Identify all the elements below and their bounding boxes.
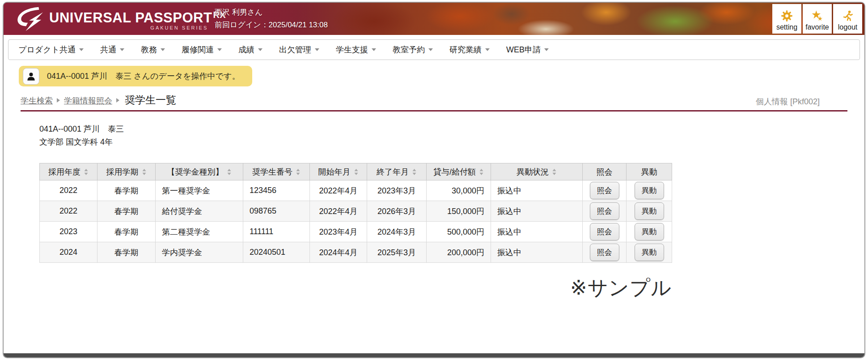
nav-item-label: 共通 (100, 44, 116, 55)
page-title: 奨学生一覧 (125, 93, 176, 107)
running-person-icon (842, 10, 854, 22)
setting-button-label: setting (776, 23, 797, 31)
header-buttons: setting favorite logout (772, 4, 862, 34)
breadcrumb-separator-icon (116, 98, 119, 103)
col-change-status[interactable]: 異動状況 (491, 163, 583, 180)
cell-adoption-year: 2023 (40, 222, 97, 242)
cell-scholarship-type: 第二種奨学金 (156, 222, 243, 242)
nav-item-student-support[interactable]: 学生支援 (336, 44, 376, 55)
cell-change-status: 振込中 (491, 222, 583, 242)
nav-item-common[interactable]: 共通 (100, 44, 124, 55)
col-loan-grant-amount[interactable]: 貸与/給付額 (427, 163, 491, 180)
nav-item-label: 成績 (238, 44, 254, 55)
inquiry-button[interactable]: 照会 (590, 202, 619, 220)
breadcrumb-link-student-search[interactable]: 学生検索 (21, 95, 53, 106)
cell-change-status: 振込中 (491, 242, 583, 263)
cell-change-status: 振込中 (491, 201, 583, 222)
change-button[interactable]: 異動 (635, 202, 664, 220)
nav-item-academic-affairs[interactable]: 教務 (141, 44, 165, 55)
user-info-block: 西沢 利男さん 前回ログイン：2025/04/21 13:08 (215, 6, 328, 31)
nav-item-classroom-reservation[interactable]: 教室予約 (393, 44, 433, 55)
nav-item-web-application[interactable]: WEB申請 (506, 44, 549, 55)
cell-scholar-number: 098765 (243, 201, 310, 222)
nav-item-attendance[interactable]: 出欠管理 (279, 44, 319, 55)
cell-adoption-semester: 春学期 (97, 180, 156, 201)
cell-scholarship-type: 第一種奨学金 (156, 180, 243, 201)
cell-amount: 500,000円 (427, 222, 491, 242)
inquiry-button[interactable]: 照会 (590, 244, 619, 261)
col-scholarship-type[interactable]: 【奨学金種別】 (156, 163, 243, 180)
sort-icon (479, 168, 484, 176)
gear-icon (781, 10, 793, 22)
col-end-month[interactable]: 終了年月 (367, 163, 427, 180)
sort-icon (354, 168, 359, 176)
favorite-button[interactable]: favorite (803, 4, 832, 34)
nav-item-research-achievements[interactable]: 研究業績 (449, 44, 490, 55)
col-change: 異動 (627, 163, 672, 180)
app-header: UNIVERSAL PASSPORTRX GAKUEN SERIES 西沢 利男… (4, 3, 864, 35)
breadcrumb-separator-icon (57, 98, 60, 103)
scholarship-table: 採用年度 採用学期 【奨学金種別】 奨学生番号 開始年月 終了年月 貸与/給付額… (39, 163, 672, 263)
cell-start-month: 2023年4月 (310, 222, 367, 242)
nav-item-label: WEB申請 (506, 44, 541, 55)
main-menu-bar: プロダクト共通 共通 教務 履修関連 成績 出欠管理 学生支援 教室予約 研究業… (8, 39, 860, 60)
inquiry-button[interactable]: 照会 (590, 223, 619, 240)
table-row: 2022 春学期 給付奨学金 098765 2022年4月 2026年3月 15… (40, 201, 672, 222)
change-button[interactable]: 異動 (635, 182, 664, 199)
nav-item-product-common[interactable]: プロダクト共通 (18, 44, 84, 55)
sort-icon (552, 168, 557, 176)
chevron-down-icon (161, 48, 165, 51)
sample-watermark: ※サンプル (4, 274, 672, 301)
change-button[interactable]: 異動 (635, 223, 664, 240)
col-start-month[interactable]: 開始年月 (310, 163, 367, 180)
sort-icon (84, 168, 89, 176)
table-row: 2023 春学期 第二種奨学金 111111 2023年4月 2024年3月 5… (40, 222, 672, 242)
nav-item-course-registration[interactable]: 履修関連 (182, 44, 222, 55)
footer-bar (4, 353, 864, 357)
star-icon (811, 10, 823, 22)
cell-scholar-number: 123456 (243, 180, 310, 201)
student-id-name: 041A--0001 芦川 泰三 (39, 123, 864, 136)
cell-change-status: 振込中 (491, 180, 583, 201)
page-code: 個人情報 [Pkf002] (756, 96, 847, 107)
breadcrumb: 学生検索 学籍情報照会 奨学生一覧 (21, 93, 176, 107)
cell-end-month: 2023年3月 (367, 180, 427, 201)
table-row: 2024 春学期 学内奨学金 20240501 2024年4月 2025年3月 … (40, 242, 672, 263)
col-inquiry: 照会 (583, 163, 627, 180)
cell-scholarship-type: 給付奨学金 (156, 201, 243, 222)
cell-adoption-year: 2022 (40, 201, 97, 222)
breadcrumb-link-enrollment-info[interactable]: 学籍情報照会 (64, 95, 112, 106)
chevron-down-icon (258, 48, 263, 51)
chevron-down-icon (428, 48, 433, 51)
cell-end-month: 2024年3月 (367, 222, 427, 242)
inquiry-button[interactable]: 照会 (590, 182, 619, 199)
logo-bolt-icon (16, 6, 44, 32)
change-button[interactable]: 異動 (635, 244, 664, 261)
cell-start-month: 2022年4月 (310, 201, 367, 222)
sort-icon (142, 168, 147, 176)
setting-button[interactable]: setting (772, 4, 801, 34)
cell-start-month: 2024年4月 (310, 242, 367, 263)
favorite-button-label: favorite (805, 23, 829, 31)
col-adoption-semester[interactable]: 採用学期 (97, 163, 156, 180)
notice-text: 041A--0001 芦川 泰三 さんのデータを操作中です。 (47, 71, 240, 81)
chevron-down-icon (217, 48, 222, 51)
nav-item-label: プロダクト共通 (18, 44, 76, 55)
nav-item-label: 研究業績 (449, 44, 482, 55)
nav-item-label: 履修関連 (182, 44, 214, 55)
col-adoption-year[interactable]: 採用年度 (40, 163, 97, 180)
logout-button[interactable]: logout (833, 4, 862, 34)
logo-title: UNIVERSAL PASSPORTRX (49, 7, 226, 26)
chevron-down-icon (120, 48, 124, 51)
nav-item-grades[interactable]: 成績 (238, 44, 263, 55)
table-row: 2022 春学期 第一種奨学金 123456 2022年4月 2023年3月 3… (40, 180, 672, 201)
cell-scholarship-type: 学内奨学金 (156, 242, 243, 263)
nav-item-label: 教務 (141, 44, 157, 55)
col-scholar-number[interactable]: 奨学生番号 (243, 163, 310, 180)
logo-title-text: UNIVERSAL PASSPORT (49, 10, 212, 26)
cell-end-month: 2026年3月 (367, 201, 427, 222)
cell-amount: 150,000円 (427, 201, 491, 222)
cell-adoption-year: 2022 (40, 180, 97, 201)
student-info: 041A--0001 芦川 泰三 文学部 国文学科 4年 (39, 123, 864, 149)
table-header-row: 採用年度 採用学期 【奨学金種別】 奨学生番号 開始年月 終了年月 貸与/給付額… (40, 163, 672, 180)
